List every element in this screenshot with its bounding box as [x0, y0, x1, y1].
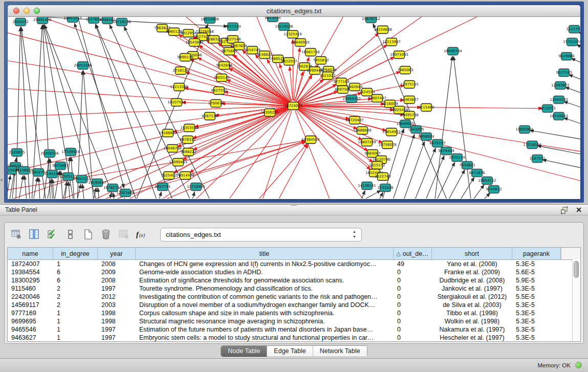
- graph-node-1733426[interactable]: 1733426: [377, 184, 394, 192]
- graph-node-18107554[interactable]: 18107554: [167, 99, 186, 106]
- column-visibility-icon[interactable]: [46, 228, 59, 241]
- table-cell-pagerank[interactable]: 5.6E-5: [512, 268, 561, 276]
- network-window-titlebar[interactable]: citations_edges.txt: [8, 5, 580, 17]
- table-cell-name[interactable]: 19384554: [8, 268, 53, 276]
- table-cell-pagerank[interactable]: 5.3E-5: [512, 317, 561, 325]
- table-cell-title[interactable]: Structural magnetic resonance image aver…: [136, 317, 394, 325]
- table-row[interactable]: 977716911998Corpus callosum shape and si…: [8, 309, 580, 317]
- graph-node-16210643[interactable]: 16210643: [550, 113, 568, 120]
- network-canvas[interactable]: 1872400779638228960128891295423226058932…: [8, 17, 580, 199]
- new-column-icon[interactable]: [81, 228, 95, 241]
- table-cell-pagerank[interactable]: 5.5E-5: [512, 293, 561, 301]
- graph-node-12213967[interactable]: 12213967: [382, 38, 401, 46]
- table-cell-short[interactable]: de Silva et al. (2003): [432, 301, 512, 309]
- table-row[interactable]: 1456911722003Disruption of a novel membe…: [8, 301, 580, 309]
- table-cell-pagerank[interactable]: 5.3E-5: [512, 309, 561, 317]
- close-icon[interactable]: ✕: [576, 206, 582, 214]
- scrollbar-thumb[interactable]: [574, 261, 579, 278]
- graph-node-8878312[interactable]: 8878312: [180, 136, 195, 144]
- graph-node-12444193[interactable]: 12444193: [550, 96, 568, 104]
- table-cell-name[interactable]: 14569117: [8, 301, 53, 309]
- table-cell-year[interactable]: 2012: [98, 293, 136, 301]
- graph-node-9242848[interactable]: 9242848: [216, 62, 232, 70]
- graph-node-12093872[interactable]: 12093872: [551, 82, 570, 90]
- graph-node-20053346[interactable]: 20053346: [74, 62, 92, 70]
- graph-node-16033809[interactable]: 16033809: [201, 17, 219, 24]
- table-cell-out_de[interactable]: 0: [394, 325, 432, 334]
- table-cell-out_de[interactable]: 0: [394, 334, 432, 342]
- close-window-icon[interactable]: [13, 8, 19, 14]
- table-cell-out_de[interactable]: 0: [394, 301, 432, 309]
- table-row[interactable]: 946554611997Estimation of the future num…: [8, 325, 580, 334]
- table-cell-in_degree[interactable]: 2: [53, 301, 98, 309]
- graph-node-9227343[interactable]: 9227343: [556, 69, 572, 77]
- graph-node-16961758[interactable]: 16961758: [301, 49, 320, 56]
- table-cell-in_degree[interactable]: 2: [53, 285, 98, 293]
- graph-node-8427552[interactable]: 8427552: [211, 87, 227, 95]
- graph-node-9245612[interactable]: 9245612: [486, 186, 502, 193]
- column-header-title[interactable]: title: [136, 248, 394, 259]
- table-cell-name[interactable]: 9465546: [8, 325, 53, 334]
- column-header-in_degree[interactable]: in_degree: [53, 248, 98, 259]
- graph-node-15751074[interactable]: 15751074: [563, 38, 580, 46]
- table-cell-name[interactable]: 22420046: [8, 293, 53, 301]
- graph-node-1621022[interactable]: 1621022: [319, 72, 335, 80]
- table-cell-title[interactable]: Disruption of a novel member of a sodium…: [136, 301, 394, 309]
- table-scrollbar[interactable]: [572, 259, 580, 341]
- float-window-icon[interactable]: [560, 206, 569, 214]
- table-settings-icon[interactable]: [10, 228, 23, 241]
- graph-node-1615132[interactable]: 1615132: [369, 162, 385, 169]
- table-cell-pagerank[interactable]: 5.3E-5: [512, 285, 561, 293]
- graph-node-9857791[interactable]: 9857791: [155, 183, 170, 191]
- table-cell-title[interactable]: Changes of HCN gene expression and I(f) …: [136, 260, 394, 268]
- table-cell-title[interactable]: Genome-wide association studies in ADHD.: [136, 268, 394, 276]
- table-cell-out_de[interactable]: 49: [394, 260, 432, 268]
- table-row[interactable]: 911546021997Tourette syndrome. Phenomeno…: [8, 285, 580, 293]
- table-cell-short[interactable]: Franke et al. (2009): [432, 268, 512, 276]
- column-header-name[interactable]: name: [8, 248, 53, 259]
- graph-node-2405572[interactable]: 2405572: [12, 18, 28, 26]
- splitter-handle[interactable]: [291, 205, 297, 208]
- graph-node-16648784[interactable]: 16648784: [444, 48, 462, 55]
- graph-node-17016504[interactable]: 17016504: [523, 141, 541, 149]
- graph-node-1700616[interactable]: 1700616: [208, 100, 224, 107]
- table-cell-title[interactable]: Investigating the contribution of common…: [136, 293, 394, 301]
- splitter-collapse-arrow[interactable]: ◂: [0, 177, 3, 182]
- graph-node-20206556[interactable]: 20206556: [40, 150, 59, 158]
- table-cell-year[interactable]: 1997: [98, 334, 136, 342]
- table-cell-short[interactable]: Stergiakouli et al. (2012): [432, 293, 512, 301]
- table-cell-short[interactable]: Tibbo et al. (1998): [432, 309, 512, 317]
- table-cell-in_degree[interactable]: 1: [53, 325, 98, 334]
- graph-node-20691406[interactable]: 20691406: [33, 17, 52, 24]
- graph-node-9474444[interactable]: 9474444: [438, 147, 454, 155]
- table-cell-name[interactable]: 18300295: [8, 276, 53, 285]
- table-cell-short[interactable]: Dudbridge et al. (2008): [432, 276, 512, 285]
- table-cell-name[interactable]: 9463627: [8, 334, 53, 342]
- table-cell-title[interactable]: Tourette syndrome. Phenomenology and cla…: [136, 285, 394, 293]
- table-cell-out_de[interactable]: 0: [394, 293, 432, 301]
- table-body[interactable]: 1872400712008Changes of HCN gene express…: [8, 260, 580, 342]
- column-header-out_de[interactable]: △out_de…: [394, 248, 432, 259]
- table-cell-year[interactable]: 2009: [98, 268, 136, 276]
- table-cell-year[interactable]: 1997: [98, 325, 136, 334]
- table-cell-name[interactable]: 9115460: [8, 285, 53, 293]
- graph-node-1145193[interactable]: 1145193: [44, 170, 60, 178]
- graph-node-1167551[interactable]: 1167551: [529, 155, 545, 163]
- table-cell-year[interactable]: 1998: [98, 317, 136, 325]
- graph-node-6879197[interactable]: 6879197: [429, 140, 445, 147]
- graph-node-9777169[interactable]: 9777169: [333, 78, 349, 86]
- graph-node-16782753[interactable]: 16782753: [103, 184, 122, 192]
- graph-node-18640910[interactable]: 18640910: [291, 39, 310, 47]
- show-columns-icon[interactable]: [28, 228, 41, 241]
- column-header-year[interactable]: year: [98, 248, 136, 259]
- graph-node-2803144[interactable]: 2803144: [213, 74, 230, 82]
- table-cell-in_degree[interactable]: 1: [53, 260, 98, 268]
- table-cell-in_degree[interactable]: 6: [53, 268, 98, 276]
- graph-node-10719136[interactable]: 10719136: [113, 18, 131, 26]
- graph-node-19218506[interactable]: 19218506: [275, 23, 293, 31]
- graph-node-19654923[interactable]: 19654923: [382, 128, 401, 136]
- graph-node-2522740[interactable]: 2522740: [375, 173, 390, 181]
- table-cell-title[interactable]: Corpus callosum shape and size in male p…: [136, 309, 394, 317]
- table-cell-in_degree[interactable]: 1: [53, 309, 98, 317]
- minimize-window-icon[interactable]: [24, 8, 30, 14]
